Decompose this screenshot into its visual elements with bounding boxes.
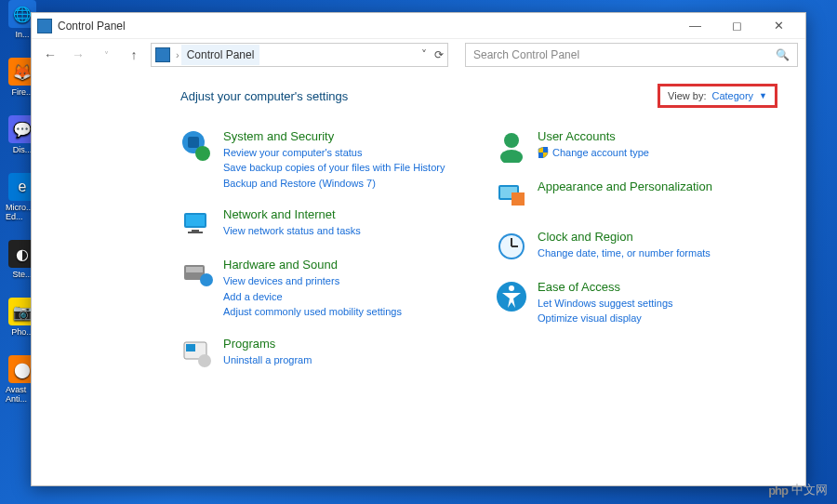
shield-icon (538, 147, 549, 158)
category-system-security: System and Security Review your computer… (180, 129, 467, 191)
category-ease-of-access: Ease of Access Let Windows suggest setti… (495, 280, 781, 326)
category-link[interactable]: Change date, time, or number formats (538, 245, 711, 261)
category-title[interactable]: Clock and Region (538, 230, 711, 245)
category-title[interactable]: Programs (223, 337, 312, 352)
content-area: Adjust your computer's settings View by:… (32, 71, 805, 485)
left-column: System and Security Review your computer… (180, 129, 467, 370)
nav-row: ← → ˅ ↑ › Control Panel ˅ ⟳ Search Contr… (32, 39, 805, 71)
category-link[interactable]: Save backup copies of your files with Fi… (223, 160, 445, 176)
search-placeholder: Search Control Panel (473, 48, 579, 61)
window-title: Control Panel (58, 20, 126, 33)
network-internet-icon (180, 207, 214, 241)
svg-rect-6 (188, 232, 203, 233)
chevron-down-icon: ▼ (759, 91, 767, 100)
maximize-button[interactable]: ◻ (716, 13, 758, 39)
appearance-icon (495, 179, 528, 213)
category-title[interactable]: User Accounts (538, 129, 649, 145)
category-link[interactable]: Optimize visual display (538, 311, 673, 326)
svg-point-13 (504, 133, 519, 148)
category-title[interactable]: Network and Internet (223, 207, 361, 223)
category-title[interactable]: Ease of Access (538, 280, 673, 296)
category-appearance: Appearance and Personalization (495, 179, 781, 213)
category-link[interactable]: Backup and Restore (Windows 7) (223, 176, 445, 192)
up-button[interactable]: ↑ (123, 44, 145, 66)
chevron-right-icon[interactable]: › (176, 49, 179, 60)
back-button[interactable]: ← (39, 44, 61, 66)
app-icon (37, 19, 52, 33)
user-accounts-icon (495, 129, 528, 163)
svg-point-9 (200, 273, 213, 286)
category-hardware-sound: Hardware and Sound View devices and prin… (180, 258, 467, 319)
right-column: User Accounts Change account type Appear… (495, 129, 781, 370)
svg-point-12 (198, 354, 211, 367)
category-link[interactable]: Uninstall a program (223, 352, 312, 368)
control-panel-icon (155, 47, 170, 62)
close-button[interactable]: ✕ (758, 13, 800, 39)
control-panel-window: Control Panel — ◻ ✕ ← → ˅ ↑ › Control Pa… (31, 12, 806, 486)
category-link[interactable]: View network status and tasks (223, 223, 361, 239)
minimize-button[interactable]: — (674, 13, 716, 39)
category-link[interactable]: Let Windows suggest settings (538, 296, 673, 312)
category-title[interactable]: Hardware and Sound (223, 258, 402, 273)
search-icon[interactable]: 🔍 (776, 48, 790, 61)
view-by-label: View by: (668, 90, 706, 101)
svg-rect-19 (512, 192, 525, 206)
view-by-control[interactable]: View by: Category ▼ (658, 84, 777, 108)
svg-rect-4 (186, 215, 205, 226)
refresh-button[interactable]: ⟳ (434, 48, 444, 61)
category-link[interactable]: Adjust commonly used mobility settings (223, 304, 402, 320)
search-input[interactable]: Search Control Panel 🔍 (465, 43, 798, 67)
svg-rect-8 (186, 267, 203, 272)
category-clock-region: Clock and Region Change date, time, or n… (495, 230, 781, 263)
category-user-accounts: User Accounts Change account type (495, 129, 781, 163)
svg-point-14 (500, 150, 523, 163)
hardware-sound-icon (180, 258, 214, 291)
php-logo-text: php (768, 484, 788, 497)
svg-rect-1 (188, 137, 199, 148)
programs-icon (180, 337, 214, 370)
address-dropdown-icon[interactable]: ˅ (421, 48, 427, 61)
watermark: php 中文网 (768, 482, 828, 498)
category-link[interactable]: View devices and printers (223, 273, 402, 289)
svg-rect-16 (538, 153, 543, 158)
forward-button[interactable]: → (67, 44, 89, 66)
category-programs: Programs Uninstall a program (180, 337, 467, 370)
svg-rect-11 (186, 344, 195, 351)
svg-point-25 (509, 285, 514, 291)
category-link[interactable]: Change account type (538, 145, 649, 161)
svg-point-2 (195, 146, 210, 161)
svg-rect-15 (543, 147, 548, 153)
category-network-internet: Network and Internet View network status… (180, 207, 467, 241)
system-security-icon (180, 129, 214, 163)
view-by-value: Category (711, 90, 753, 101)
category-link[interactable]: Review your computer's status (223, 145, 445, 161)
category-title[interactable]: Appearance and Personalization (538, 179, 712, 195)
svg-rect-5 (192, 230, 199, 232)
category-link[interactable]: Add a device (223, 289, 402, 305)
ease-of-access-icon (495, 280, 528, 313)
titlebar: Control Panel — ◻ ✕ (32, 13, 805, 39)
address-bar[interactable]: › Control Panel ˅ ⟳ (151, 43, 448, 67)
breadcrumb[interactable]: Control Panel (181, 45, 260, 65)
category-title[interactable]: System and Security (223, 129, 445, 145)
recent-dropdown-icon[interactable]: ˅ (95, 44, 117, 66)
clock-region-icon (495, 230, 528, 263)
